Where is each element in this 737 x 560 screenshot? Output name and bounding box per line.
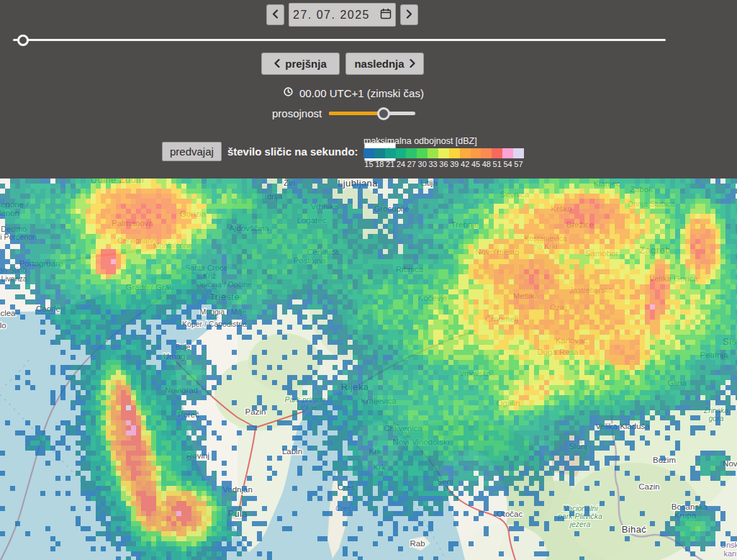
legend-value: 30	[417, 160, 428, 168]
legend-title: maksimalna odbojnost [dBZ]	[363, 136, 524, 146]
legend-swatch	[363, 148, 374, 158]
date-value: 27. 07. 2025	[293, 9, 370, 22]
place-label: Jastrebarsko	[569, 286, 612, 294]
place-label: Pordenon	[0, 209, 19, 217]
legend-value: 27	[406, 160, 417, 168]
place-label: Krupa	[674, 511, 697, 520]
place-label: Litija	[420, 179, 438, 187]
opacity-handle[interactable]	[377, 107, 390, 120]
place-label: Krk	[373, 463, 386, 471]
place-label: Velika Kladuša	[595, 422, 650, 430]
place-label: Novi Grad	[723, 459, 737, 468]
previous-day-button[interactable]	[266, 4, 284, 25]
place-label: Muggia / Milje	[200, 307, 247, 316]
legend-value: 36	[438, 160, 449, 168]
place-label: kanton	[723, 549, 737, 558]
legend-swatch	[471, 148, 481, 158]
place-label: Sisak	[723, 336, 737, 347]
place-label: Bužim	[653, 456, 676, 464]
next-day-button[interactable]	[400, 4, 418, 25]
place-label: Labin	[282, 447, 302, 456]
place-label: Otočac	[497, 510, 523, 518]
legend-value: 21	[385, 160, 396, 168]
place-label: Zabok	[630, 185, 653, 194]
place-label: Udine Zudin	[91, 179, 145, 185]
place-label: Ribnica	[396, 265, 424, 274]
place-label: Gorizia	[180, 209, 207, 218]
previous-frame-label: prejšnja	[285, 58, 327, 70]
place-label: Sevnica	[500, 190, 530, 199]
base-map: Udine ZudinLjubljanaLitijaGoriziaPalmano…	[0, 179, 737, 560]
opacity-label: prosojnost	[272, 107, 322, 119]
place-label: Duga Resa	[537, 348, 579, 356]
timeline-track[interactable]	[13, 39, 666, 41]
playback-row: predvajaj število sličic na sekundo: 10	[162, 142, 396, 161]
place-label: Bihać	[622, 524, 647, 535]
legend-value: 15	[363, 160, 374, 168]
chevron-left-icon	[272, 9, 279, 22]
place-label: Koper / Capodistria	[182, 320, 247, 328]
place-label: Rijeka	[341, 381, 369, 392]
place-label: Krško	[551, 204, 571, 213]
next-frame-label: naslednja	[354, 58, 404, 70]
place-label: Donja Stubica	[628, 199, 675, 208]
legend-value: 48	[481, 160, 492, 168]
legend-value: 33	[428, 160, 438, 168]
legend-value: 54	[502, 160, 513, 168]
legend-value: 24	[396, 160, 407, 168]
legend-swatch	[438, 148, 449, 158]
legend-swatch	[385, 148, 396, 158]
place-label: Brežice	[566, 220, 594, 229]
place-label: Umag	[163, 352, 186, 361]
place-label: Senj	[436, 477, 453, 486]
place-label: Poreč	[178, 410, 199, 419]
place-label: Idrija	[265, 192, 284, 201]
place-label: Postojna	[294, 256, 326, 265]
place-label: Jesolo	[0, 321, 6, 330]
play-button[interactable]: predvajaj	[162, 142, 222, 161]
place-label: Pula	[227, 508, 248, 519]
legend-swatch	[481, 148, 492, 158]
place-label: Cazin	[638, 482, 659, 491]
timestamp-row: 00.00 UTC+1 (zimski čas)	[283, 86, 424, 99]
legend-swatch	[502, 148, 513, 158]
place-label: Dazan di Pordenon	[0, 232, 37, 241]
place-label: Trieste	[209, 292, 240, 302]
next-frame-button[interactable]: naslednja	[345, 53, 424, 75]
place-label: Petrinja	[700, 351, 729, 359]
place-label: Samobor	[585, 249, 619, 258]
chevron-right-icon	[410, 58, 415, 70]
legend-swatch	[449, 148, 460, 158]
opacity-slider[interactable]	[329, 107, 415, 119]
place-label: Caorle	[36, 304, 60, 313]
place-label: Zagreb	[639, 245, 671, 256]
date-picker-field[interactable]: 27. 07. 2025	[289, 3, 396, 27]
place-label: Rab	[410, 539, 425, 548]
legend-swatch	[460, 148, 471, 158]
place-label: Cerknica	[307, 248, 340, 256]
place-label: Glina	[668, 379, 687, 387]
legend-value: 57	[513, 160, 524, 168]
radar-map[interactable]: Udine ZudinLjubljanaLitijaGoriziaPalmano…	[0, 179, 737, 560]
legend-swatch	[492, 148, 502, 158]
timeline-slider[interactable]	[13, 35, 666, 44]
place-label: Trebnje	[451, 220, 479, 229]
place-label: Rovinj	[186, 451, 209, 460]
place-label: na Krki	[534, 242, 558, 250]
legend-value: 18	[374, 160, 385, 168]
place-label: Slunj	[569, 442, 587, 451]
place-label: Ozalj	[550, 303, 567, 312]
previous-frame-button[interactable]: prejšnja	[261, 53, 340, 75]
place-label: Novigrad	[165, 386, 198, 394]
legend-swatch	[417, 148, 428, 158]
legend-value: 45	[471, 160, 481, 168]
legend-swatch	[428, 148, 438, 158]
date-navigation: 27. 07. 2025	[266, 3, 418, 27]
place-label: Opicina / Opčine	[196, 280, 252, 289]
timeline-handle[interactable]	[17, 35, 29, 46]
place-label: Ajdovščina	[229, 224, 269, 232]
place-label: Cervignano	[117, 236, 156, 245]
place-label: di Livenza	[0, 274, 27, 283]
legend-color-bar	[363, 148, 524, 158]
place-label: Metlika	[513, 292, 540, 300]
